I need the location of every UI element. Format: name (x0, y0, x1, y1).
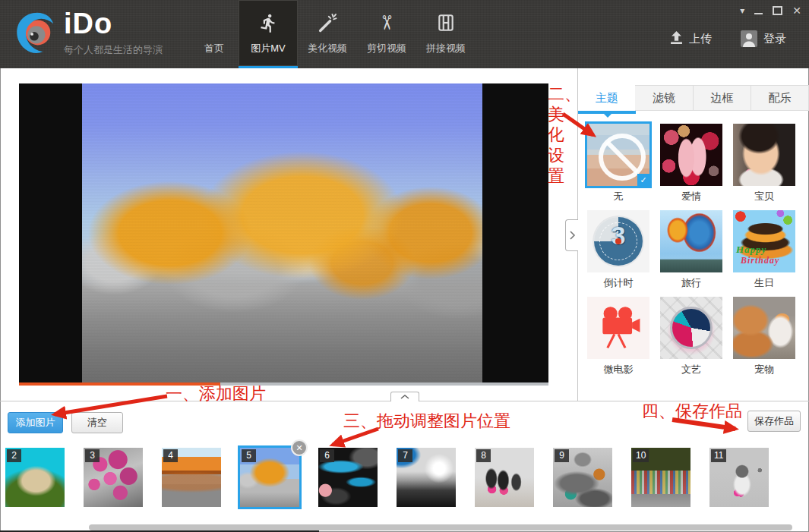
theme-thumbnail (660, 210, 722, 272)
theme-thumbnail (733, 297, 795, 359)
active-tab-caret (604, 114, 611, 121)
movie-camera-icon (595, 303, 642, 353)
timeline-thumbnail-9[interactable]: 9 (553, 448, 612, 507)
theme-label: 无 (587, 190, 649, 203)
menu-caret-icon[interactable]: ▾ (740, 5, 744, 16)
thumbnail-number-badge: 2 (7, 449, 21, 462)
theme-item-love[interactable]: 爱情 (660, 124, 722, 203)
theme-label: 文艺 (660, 363, 722, 376)
theme-label: 爱情 (660, 190, 722, 203)
maximize-icon[interactable] (773, 6, 782, 15)
home-grid-icon (212, 11, 216, 35)
timeline-thumbnail-6[interactable]: 6 (318, 448, 378, 507)
app-logo: iDo 每个人都是生活的导演 (12, 9, 163, 58)
preview-area (19, 83, 548, 386)
nav-label: 美化视频 (308, 42, 347, 55)
magic-wand-icon (317, 11, 338, 35)
upload-label: 上传 (689, 32, 712, 46)
film-strip-icon (436, 11, 456, 35)
theme-thumbnail (660, 297, 722, 359)
strip-collapse-button[interactable] (390, 392, 419, 401)
nav-item-beautify-video[interactable]: 美化视频 (298, 0, 357, 68)
theme-grid: ✓ 无 爱情 宝贝 3 倒计时 旅行 (587, 124, 798, 376)
thumbnail-number-badge: 9 (555, 449, 569, 462)
nav-item-join-video[interactable]: 拼接视频 (416, 0, 476, 68)
annotation-step2: 二、 美 化 设 置 (548, 83, 586, 186)
save-work-button[interactable]: 保存作品 (747, 411, 801, 432)
app-window: iDo 每个人都是生活的导演 首页 图片MV (0, 0, 809, 532)
thumbnail-number-badge: 5 (242, 449, 256, 462)
birthday-overlay-text: Happy (736, 244, 766, 256)
theme-thumbnail: Happy Birthday (733, 210, 795, 272)
thumbnail-number-badge: 3 (85, 449, 100, 462)
scissors-icon: ✂ (378, 11, 395, 35)
theme-item-countdown[interactable]: 3 倒计时 (587, 210, 649, 290)
camera-lens-icon (670, 307, 713, 349)
timeline-thumbnail-8[interactable]: 8 (475, 448, 534, 507)
timeline-thumbnail-10[interactable]: 10 (631, 448, 690, 507)
panel-tabs: 主题 滤镜 边框 配乐 (578, 85, 809, 111)
nav-label: 图片MV (251, 42, 286, 55)
annotation-step4: 四、保存作品 (642, 400, 742, 423)
theme-label: 倒计时 (587, 276, 649, 290)
theme-item-baby[interactable]: 宝贝 (733, 124, 795, 203)
birthday-overlay-text: Birthday (741, 255, 779, 266)
window-controls: ▾ ✕ (740, 4, 801, 17)
clear-button[interactable]: 清空 (71, 412, 123, 433)
theme-thumbnail (660, 124, 722, 186)
thumbnail-strip: 2 3 4 5 ✕ 6 7 8 9 (5, 448, 769, 507)
timeline-thumbnail-7[interactable]: 7 (397, 448, 456, 507)
tab-music[interactable]: 配乐 (751, 85, 809, 111)
thumbnail-remove-button[interactable]: ✕ (291, 439, 308, 456)
theme-thumbnail (587, 297, 649, 359)
theme-label: 生日 (733, 276, 795, 290)
theme-label: 宝贝 (733, 190, 795, 203)
theme-item-none[interactable]: ✓ 无 (587, 124, 649, 203)
thumbnail-number-badge: 10 (633, 449, 649, 462)
app-name: iDo (64, 9, 163, 39)
tab-theme[interactable]: 主题 (578, 85, 635, 111)
tab-border[interactable]: 边框 (694, 85, 751, 111)
preview-photo (82, 83, 482, 382)
thumbnail-number-badge: 4 (163, 449, 178, 462)
panel-collapse-button[interactable] (565, 219, 578, 251)
theme-item-birthday[interactable]: Happy Birthday 生日 (733, 210, 795, 290)
nav-item-home[interactable]: 首页 (190, 0, 239, 68)
theme-item-travel[interactable]: 旅行 (660, 210, 722, 290)
theme-item-pet[interactable]: 宠物 (733, 297, 795, 376)
timeline-thumbnail-3[interactable]: 3 (84, 448, 143, 507)
app-logo-icon (12, 9, 56, 58)
upload-button[interactable]: 上传 (670, 31, 712, 46)
theme-item-micro-movie[interactable]: 微电影 (587, 297, 649, 376)
close-icon[interactable]: ✕ (792, 5, 801, 17)
timeline-thumbnail-11[interactable]: 11 (709, 448, 769, 507)
nav-label: 首页 (204, 42, 224, 55)
runner-icon (258, 11, 279, 35)
timeline-thumbnail-5-selected[interactable]: 5 ✕ (240, 448, 299, 507)
theme-thumbnail (733, 124, 795, 186)
timeline-thumbnail-2[interactable]: 2 (5, 448, 65, 507)
nav-label: 拼接视频 (426, 42, 466, 55)
annotation-step3: 三、拖动调整图片位置 (343, 410, 510, 433)
countdown-number: 3 (587, 221, 649, 250)
title-bar: iDo 每个人都是生活的导演 首页 图片MV (0, 0, 809, 68)
add-images-button[interactable]: 添加图片 (8, 412, 63, 433)
main-nav: 首页 图片MV 美化视频 (190, 0, 476, 68)
thumbnail-number-badge: 6 (320, 449, 334, 462)
minimize-icon[interactable] (754, 13, 763, 14)
thumbnail-number-badge: 7 (398, 449, 412, 462)
nav-label: 剪切视频 (367, 42, 406, 55)
timeline-thumbnail-4[interactable]: 4 (162, 448, 221, 507)
thumbnail-number-badge: 8 (476, 449, 491, 462)
login-button[interactable]: 登录 (741, 30, 786, 47)
nav-item-cut-video[interactable]: ✂ 剪切视频 (357, 0, 416, 68)
tab-filter[interactable]: 滤镜 (635, 85, 693, 111)
theme-item-artsy[interactable]: 文艺 (660, 297, 722, 376)
upload-icon (670, 31, 683, 46)
login-avatar-icon (741, 30, 757, 47)
app-tagline: 每个人都是生活的导演 (64, 43, 163, 57)
login-label: 登录 (763, 32, 786, 46)
theme-thumbnail: ✓ (587, 124, 649, 186)
timeline-scrollbar[interactable] (89, 524, 792, 530)
nav-item-picture-mv[interactable]: 图片MV (239, 0, 298, 68)
